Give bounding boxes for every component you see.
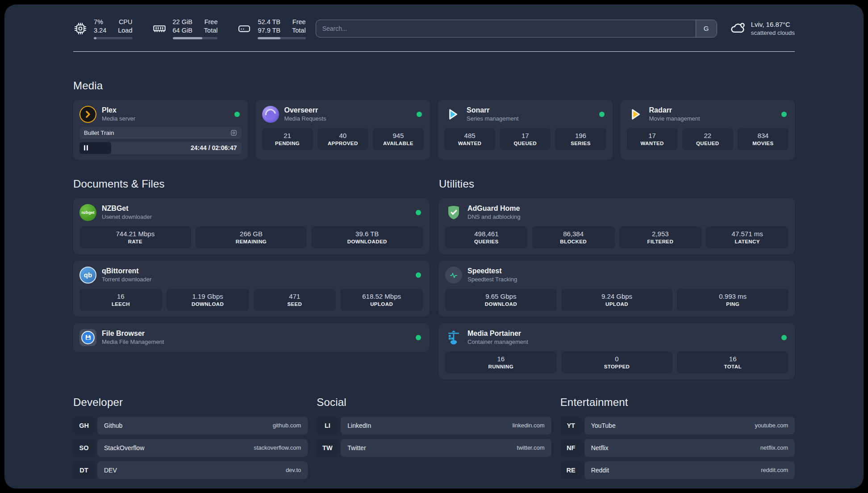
top-bar: 7% 3.24 CPU Load [73, 18, 795, 39]
stat-value: 86,384 [534, 230, 613, 238]
stat-label: QUEUED [684, 141, 731, 146]
app-name: Radarr [649, 106, 700, 114]
section-title-media: Media [73, 79, 795, 92]
stat-value: 945 [375, 132, 422, 139]
stat-box: 498,461 QUERIES [445, 226, 528, 248]
app-card-adguard[interactable]: AdGuard Home DNS and adblocking 498,461 … [439, 198, 795, 254]
section-title-documents: Documents & Files [73, 178, 429, 190]
link-tag: NF [560, 439, 582, 457]
app-card-plex[interactable]: Plex Media server Bullet Train 24:44 / 0… [73, 100, 248, 160]
stat-value: 9.65 Gbps [447, 292, 555, 300]
app-subtitle: DNS and adblocking [467, 213, 521, 220]
cpu-usage-bar [94, 37, 133, 39]
app-card-filebrowser[interactable]: File Browser Media File Management [73, 323, 429, 352]
disk-usage-bar [258, 37, 305, 39]
app-name: Media Portainer [467, 330, 528, 338]
weather-widget: Lviv, 16.87°C scattered clouds [730, 20, 795, 38]
link-url: linkedin.com [512, 422, 544, 429]
stat-box: 16 LEECH [79, 289, 162, 311]
link-url: reddit.com [761, 467, 788, 473]
app-card-nzbget[interactable]: nzbget NZBGet Usenet downloader 744.21 M… [73, 198, 429, 254]
memory-icon [152, 21, 167, 36]
app-card-overseerr[interactable]: Overseerr Media Requests 21 PENDING 40 A… [256, 100, 430, 160]
stat-value: 47.571 ms [708, 230, 787, 238]
link-row-stackoverflow[interactable]: SO StackOverflow stackoverflow.com [73, 439, 308, 457]
stat-value: 618.52 Mbps [342, 292, 421, 300]
session-camera-icon[interactable] [230, 130, 237, 136]
link-url: netflix.com [760, 444, 788, 451]
app-name: Plex [102, 106, 135, 114]
link-label: LinkedIn [347, 422, 371, 429]
speedtest-icon [445, 267, 462, 284]
stat-box: 945 AVAILABLE [373, 128, 424, 150]
link-label: Reddit [591, 467, 609, 474]
link-url: twitter.com [517, 444, 545, 451]
link-label: YouTube [591, 422, 616, 429]
status-dot-online [416, 210, 421, 215]
link-row-github[interactable]: GH Github github.com [73, 417, 308, 435]
search-input[interactable] [316, 20, 696, 37]
stat-label: PING [679, 301, 787, 307]
stat-value: 17 [501, 132, 549, 139]
stat-box: 47.571 ms LATENCY [706, 226, 789, 248]
link-row-youtube[interactable]: YT YouTube youtube.com [560, 417, 795, 435]
search-provider-button[interactable]: G [696, 20, 717, 37]
stat-value: 39.6 TB [313, 230, 421, 238]
stat-box: 86,384 BLOCKED [532, 226, 615, 248]
hard-drive-icon [237, 21, 251, 36]
stat-label: FILTERED [621, 239, 700, 244]
link-row-netflix[interactable]: NF Netflix netflix.com [560, 439, 795, 457]
link-row-reddit[interactable]: RE Reddit reddit.com [560, 461, 795, 479]
stat-value: 0.993 ms [679, 292, 787, 300]
stat-box: 9.24 Gbps UPLOAD [561, 289, 673, 311]
playback-time: 24:44 / 02:06:47 [191, 144, 237, 151]
utilities-column: Utilities AdGuard Home DNS and adblockin… [439, 178, 795, 379]
app-subtitle: Media Requests [284, 115, 326, 122]
developer-links-column: Developer GH Github github.com SO StackO… [73, 396, 308, 484]
stat-box: 744.21 Mbps RATE [79, 226, 191, 248]
app-name: Speedtest [467, 267, 517, 275]
stat-box: 16 TOTAL [677, 351, 789, 373]
stat-label: QUERIES [447, 239, 526, 244]
stat-label: LEECH [81, 301, 160, 307]
section-title-entertainment: Entertainment [560, 396, 795, 409]
system-stats: 7% 3.24 CPU Load [73, 18, 306, 39]
app-card-speedtest[interactable]: Speedtest Speedtest Tracking 9.65 Gbps D… [439, 261, 795, 317]
stat-value: 17 [629, 132, 676, 139]
stat-box: 17 QUEUED [500, 128, 551, 150]
now-playing-title: Bullet Train [84, 130, 114, 136]
stat-value: 266 GB [197, 230, 305, 238]
link-row-twitter[interactable]: TW Twitter twitter.com [317, 439, 551, 457]
portainer-icon [445, 329, 462, 346]
stat-label: STOPPED [563, 364, 671, 369]
link-row-dev[interactable]: DT DEV dev.to [73, 461, 308, 479]
status-dot-online [417, 112, 422, 117]
app-card-portainer[interactable]: Media Portainer Container management 16 … [439, 323, 795, 379]
link-row-linkedin[interactable]: LI LinkedIn linkedin.com [317, 417, 551, 435]
app-name: qBittorrent [102, 267, 151, 275]
social-links-column: Social LI LinkedIn linkedin.com TW Twitt… [317, 396, 551, 484]
stat-box: 0 STOPPED [561, 351, 673, 373]
stat-value: 834 [739, 132, 787, 139]
cpu-widget: 7% 3.24 CPU Load [73, 18, 133, 39]
app-card-radarr[interactable]: Radarr Movie management 17 WANTED 22 QUE… [621, 100, 795, 160]
pause-icon[interactable] [84, 145, 88, 150]
filebrowser-icon [79, 329, 96, 346]
disk-free-value: 52.4 TB [258, 18, 280, 26]
stat-label: UPLOAD [563, 301, 671, 307]
link-label: Netflix [591, 444, 609, 451]
stat-box: 1.19 Gbps DOWNLOAD [167, 289, 249, 311]
ram-total-label: Total [204, 26, 218, 35]
link-url: youtube.com [755, 422, 788, 429]
weather-condition: scattered clouds [751, 29, 795, 38]
app-name: File Browser [102, 330, 164, 338]
stat-box: 21 PENDING [262, 128, 313, 150]
app-card-sonarr[interactable]: Sonarr Series management 485 WANTED 17 Q… [438, 100, 613, 160]
sonarr-icon [444, 106, 461, 123]
app-subtitle: Media File Management [102, 338, 164, 345]
cpu-percent: 7% [94, 18, 106, 26]
app-card-qbittorrent[interactable]: qb qBittorrent Torrent downloader 16 LEE… [73, 261, 429, 317]
stat-label: PENDING [264, 141, 311, 146]
link-tag: YT [560, 417, 582, 435]
status-dot-online [781, 335, 787, 340]
